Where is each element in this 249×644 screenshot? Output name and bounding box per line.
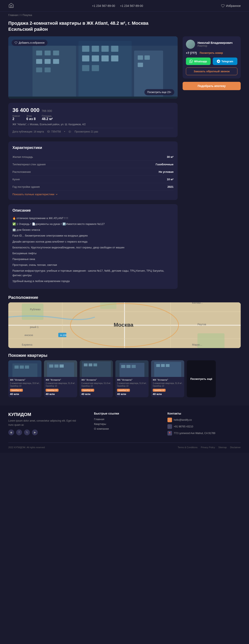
description-title: Описание [12, 208, 174, 213]
svg-rect-61 [59, 364, 64, 368]
breadcrumb-buy[interactable]: Покупка [21, 14, 32, 16]
svg-rect-69 [121, 365, 125, 368]
svg-rect-56 [25, 366, 29, 368]
similar-sub-3: 2-комнатная квартира, 51.8 м², Ориябор 1… [81, 382, 111, 387]
svg-rect-60 [54, 364, 58, 368]
svg-rect-71 [132, 365, 136, 368]
desc-p11: Удобный выезд в любом направлении города [12, 279, 174, 284]
youtube-icon[interactable]: ▶ [32, 430, 38, 435]
svg-rect-19 [111, 56, 118, 62]
rooms-label: Комнат [12, 115, 20, 117]
svg-rect-11 [45, 68, 51, 72]
mortgage-button[interactable]: Подобрать ипотеку [183, 82, 241, 90]
add-favorite-button[interactable]: Добавить в избранное [12, 40, 47, 46]
svg-rect-74 [156, 364, 160, 367]
footer-terms[interactable]: Terms & Conditions [178, 446, 197, 448]
char-row-location: Расположение Не угловая [12, 168, 174, 176]
show-more-characteristics[interactable]: Показать полные характеристики [12, 193, 174, 196]
callback-button[interactable]: Заказать обратный звонок [186, 68, 237, 75]
svg-rect-5 [45, 51, 51, 56]
char-label-location: Расположение [12, 170, 31, 174]
rooms-meta: Комнат 2 [12, 115, 20, 121]
footer-link-apartments[interactable]: Квартиры [94, 422, 155, 426]
footer-disclaimer[interactable]: Disclaimer [230, 446, 241, 448]
similar-img-3 [80, 360, 113, 377]
telegram-button[interactable]: Telegram [213, 58, 237, 65]
pub-date: Дата публикации: 16 марта [12, 130, 44, 133]
whatsapp-icon [190, 60, 193, 63]
facebook-icon[interactable]: f [16, 430, 22, 435]
eye-icon [68, 130, 71, 133]
whatsapp-button[interactable]: Whatsapp [186, 58, 211, 65]
phone2[interactable]: +1 234 567-89-00 [120, 4, 143, 8]
similar-grid: ЖК "Атланта" 2-комнатная квартира, 33.8 … [8, 360, 241, 399]
floor-label: Этаж [26, 115, 35, 117]
map-placeholder: Рублево рный 1 инское Барвиха Сколково З… [8, 302, 241, 348]
rooms-value: 2 [12, 117, 20, 121]
area-label: Площадь [42, 115, 53, 117]
similar-tag-2: Ориябор 10 [46, 389, 58, 392]
similar-sub-4: 2-комнатная квартира, 51.8 м², Ориябор 1… [117, 382, 147, 387]
desc-p7: Бесшумные лифты [12, 251, 174, 256]
svg-rect-76 [166, 364, 170, 367]
view-more-button[interactable]: Посмотреть еще 23+ [144, 89, 174, 95]
floor-meta: Этаж 6 из 8 [26, 115, 35, 121]
price-meta: Комнат 2 Этаж 6 из 8 Площадь 48.2 м² [12, 115, 174, 121]
agent-phone-number: +7 (777) [186, 51, 197, 54]
footer-email: ✉ hello@landify.co [167, 418, 241, 422]
svg-rect-13 [92, 46, 99, 52]
avatar [186, 40, 195, 49]
header-favorite[interactable]: Избранное [221, 4, 241, 8]
char-label-year: Год постройки здания [12, 185, 40, 188]
similar-body-5: ЖК "Атланта" 2-комнатная квартира, 51.8 … [151, 377, 184, 397]
left-column: Добавить в избранное Посмотреть еще 23+ … [8, 36, 178, 293]
location-icon: 📍 [167, 431, 172, 436]
similar-body-4: ЖК "Атланта" 2-комнатная квартира, 51.8 … [115, 377, 149, 397]
svg-rect-17 [92, 56, 99, 62]
right-sidebar: Николай Владимирович Риелтор +7 (777) По… [183, 36, 241, 293]
list-item: ЖК "Атланта" 2-комнатная квартира, 51.8 … [80, 360, 113, 397]
svg-text:рный 1: рный 1 [30, 326, 39, 328]
main-content: Добавить в избранное Посмотреть еще 23+ … [0, 36, 249, 293]
pub-row: Дата публикации: 16 марта ID: 7354758 • … [12, 128, 174, 133]
twitter-icon[interactable]: 𝕏 [24, 430, 30, 435]
svg-text:Барвиха: Барвиха [22, 343, 32, 346]
telegram-icon [217, 60, 220, 63]
phone-icon: 📞 [167, 424, 172, 429]
listing-id: ID: 7354758 [47, 130, 61, 133]
breadcrumb-home[interactable]: Главная [8, 14, 18, 16]
whatsapp-label: Whatsapp [194, 60, 207, 63]
char-row-kitchen: Кухня 10 м² [12, 176, 174, 183]
footer-bottom: 2022 КУПИДОМ. All rights reserved Terms … [8, 442, 241, 448]
similar-tag-5: Ориябор 10 [153, 389, 166, 392]
footer-link-home[interactable]: Главная [94, 418, 155, 421]
svg-rect-64 [84, 364, 88, 366]
similar-price-2: 40 млн [46, 392, 75, 396]
page-title: Продажа 2-комнатной квартиры в ЖК Atlant… [0, 19, 179, 36]
callback-label: Заказать обратный звонок [194, 70, 230, 73]
breadcrumb-separator: / [18, 14, 21, 16]
similar-tag-4: Ориябор 10 [117, 389, 130, 392]
list-item: ЖК "Атланта" 2-комнатная квартира, 51.8 … [44, 360, 77, 397]
phone1[interactable]: +1 234 567-89-00 [92, 4, 115, 8]
add-favorite-label: Добавить в избранное [19, 41, 45, 44]
footer-link-about[interactable]: О компании [94, 427, 155, 430]
area-value: 48.2 м² [42, 117, 53, 121]
price-card: 36 400 000 766 000 Комнат 2 Этаж 6 из 8 … [8, 103, 178, 137]
price-secondary: 766 000 [41, 109, 52, 112]
footer: КУПИДОМ Lorem ipsum dolor amet, consecte… [0, 406, 249, 453]
svg-rect-8 [45, 59, 51, 64]
desc-p2: ✅ 1 Очередь ! 📄документы на руках ! 🅿️Им… [12, 222, 174, 226]
show-phone-link[interactable]: Посмотреть номер [200, 52, 223, 54]
agent-phone-row: +7 (777) Посмотреть номер [186, 51, 237, 54]
svg-rect-16 [82, 56, 89, 62]
svg-text:инское: инское [24, 334, 33, 337]
footer-sitemap[interactable]: Sitemap [218, 446, 227, 448]
svg-rect-38 [100, 302, 116, 309]
char-row-walls: Тип/материал стен здания Газоблочные [12, 161, 174, 168]
instagram-icon[interactable]: ◉ [8, 430, 14, 435]
footer-links-title: Быстрые ссылки [94, 412, 155, 415]
similar-more-button[interactable]: Посмотреть ещё [187, 360, 216, 397]
footer-privacy[interactable]: Privacy Policy [201, 446, 215, 448]
char-value-walls: Газоблочные [156, 163, 174, 166]
